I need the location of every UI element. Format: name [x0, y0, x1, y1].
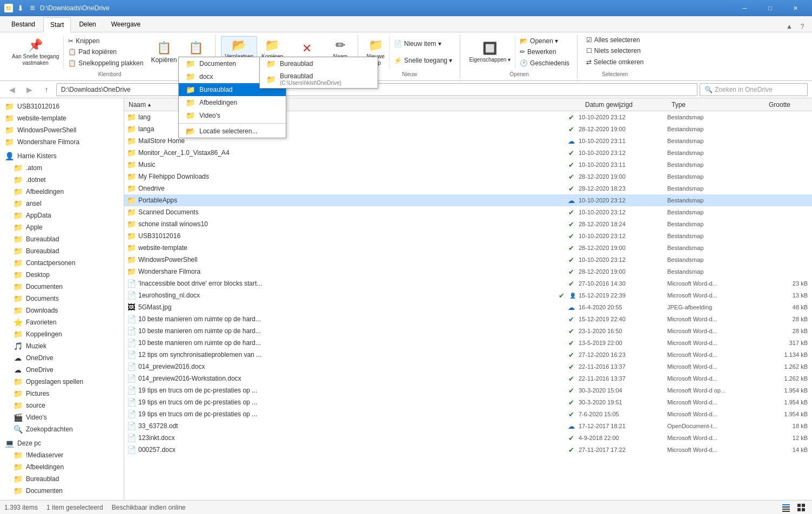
maximize-button[interactable]: □ [758, 0, 782, 16]
eigenschappen-button[interactable]: 🔲 Eigenschappen ▾ [466, 36, 514, 69]
sidebar-item-contactpersonen[interactable]: 📁 Contactpersonen [0, 257, 124, 269]
ribbon-help[interactable]: ? [797, 21, 808, 32]
sidebar-item-koppelingen[interactable]: 📁 Koppelingen [0, 328, 124, 340]
back-button[interactable]: ◀ [4, 82, 19, 97]
sidebar-item-bureaublad-pc[interactable]: 📁 Bureaublad [0, 473, 124, 485]
table-row[interactable]: 📄 10 beste manieren om ruimte op de hard… [124, 337, 812, 349]
table-row[interactable]: 📁 My Filehippo Downloads ✔ 28-12-2020 19… [124, 171, 812, 182]
table-row[interactable]: 📁 Wondershare Filmora ✔ 28-12-2020 19:00… [124, 266, 812, 278]
snelle-toegang-button[interactable]: ⚡ Snelle toegang ▾ [391, 56, 455, 65]
table-row[interactable]: 📄 33_63728.odt ☁ 17-12-2017 18:21 OpenDo… [124, 420, 812, 432]
search-bar[interactable]: 🔍 Zoeken in OneDrive [700, 83, 808, 96]
sidebar-item-onedrive2[interactable]: ☁ OneDrive [0, 364, 124, 376]
table-row[interactable]: 📄 12 tips om synchronisatieproblemen van… [124, 349, 812, 361]
folder-icon: 📁 [126, 232, 136, 240]
selectie-omkeren-button[interactable]: ⇄ Selectie omkeren [583, 57, 647, 67]
sidebar-item-opgeslagen-spellen[interactable]: 📁 Opgeslagen spellen [0, 376, 124, 388]
table-row[interactable]: 📁 USB31012016 ✔ 10-10-2020 23:12 Bestand… [124, 230, 812, 242]
table-row[interactable]: 📁 Music ✔ 10-10-2020 23:11 Bestandsmap [124, 159, 812, 171]
table-row[interactable]: 📄 014_preview2016.docx ✔ 22-11-2016 13:3… [124, 361, 812, 373]
dropdown-label-documenten: Documenten [199, 60, 236, 67]
tab-start[interactable]: Start [43, 17, 71, 32]
table-row[interactable]: 📄 1eurohosting_nl.docx ✔ 👤 15-12-2019 22… [124, 289, 812, 301]
table-row[interactable]: 🖼 5GMast.jpg ☁ 16-4-2020 20:55 JPEG-afbe… [124, 301, 812, 313]
quick-access-icon[interactable]: ⬇ [16, 4, 25, 12]
table-row[interactable]: 📁 schone install winows10 ✔ 28-12-2020 1… [124, 218, 812, 230]
sidebar-item-downloads[interactable]: 📁 Downloads [0, 305, 124, 316]
ribbon-collapse[interactable]: ▲ [784, 21, 795, 32]
sidebar-item-website-template[interactable]: 📁 website-template [0, 112, 124, 124]
dropdown-item-videos[interactable]: 📁 Video's [179, 109, 286, 122]
sidebar-item-appdata[interactable]: 📁 AppData [0, 209, 124, 221]
sidebar-item-videos[interactable]: 🎬 Video's [0, 411, 124, 423]
table-row[interactable]: 📁 Monitor_Acer_1.0_Vistax86_A4 ✔ 10-10-2… [124, 147, 812, 159]
col-header-size[interactable]: Grootte [767, 101, 810, 109]
sidebar-item-windowspowershell[interactable]: 📁 WindowsPowerShell [0, 124, 124, 136]
sidebar-item-muziek[interactable]: 🎵 Muziek [0, 340, 124, 352]
sidebar-item-pictures[interactable]: 📁 Pictures [0, 388, 124, 400]
tab-bestand[interactable]: Bestand [4, 17, 42, 32]
sidebar-item-onedrive1[interactable]: ☁ OneDrive [0, 352, 124, 364]
table-row[interactable]: 📄 000257.docx ✔ 27-11-2017 17:22 Microso… [124, 444, 812, 456]
table-row[interactable]: 📄 19 tips en trucs om de pc-prestaties o… [124, 408, 812, 420]
table-row[interactable]: 📁 WindowsPowerShell ✔ 10-10-2020 23:12 B… [124, 254, 812, 266]
sub-dropdown-item-bureaublad-onedrive[interactable]: 📁 Bureaublad (C:\Users\hkist\OneDrive) [260, 70, 378, 88]
snelkoppeling-button[interactable]: 📋 Snelkoppeling plakken [65, 58, 146, 68]
sidebar-item-documenten[interactable]: 📁 Documenten [0, 281, 124, 293]
table-row[interactable]: 📁 Scanned Documents ✔ 10-10-2020 23:12 B… [124, 206, 812, 218]
sidebar-item-wondershare[interactable]: 📁 Wondershare Filmora [0, 136, 124, 148]
table-row[interactable]: 📄 014_preview2016-Workstation.docx ✔ 22-… [124, 373, 812, 384]
col-header-date[interactable]: Datum gewijzigd [583, 101, 669, 109]
sidebar-item-documenten-pc[interactable]: 📁 Documenten [0, 485, 124, 497]
sidebar-item-dotnet[interactable]: 📁 .dotnet [0, 174, 124, 186]
up-button[interactable]: ↑ [39, 82, 54, 97]
sidebar-item-atom[interactable]: 📁 .atom [0, 162, 124, 174]
table-row[interactable]: 📁 PortableApps ☁ 10-10-2020 23:12 Bestan… [124, 194, 812, 206]
sidebar-item-deze-pc[interactable]: 💻 Deze pc [0, 437, 124, 449]
alles-selecteren-button[interactable]: ☑ Alles selecteren [583, 35, 647, 45]
sidebar-item-apple[interactable]: 📁 Apple [0, 221, 124, 233]
minimize-button[interactable]: ─ [733, 0, 757, 16]
sidebar-item-desktop[interactable]: 📁 Desktop [0, 269, 124, 281]
sidebar-item-ansel[interactable]: 📁 ansel [0, 198, 124, 209]
sidebar-item-afbeeldingen-pc[interactable]: 📁 Afbeeldingen [0, 461, 124, 473]
sidebar-item-harrie[interactable]: 👤 Harrie Kisters [0, 150, 124, 162]
sidebar-item-zoekopdrachten[interactable]: 🔍 Zoekopdrachten [0, 423, 124, 435]
forward-button[interactable]: ▶ [22, 82, 37, 97]
window-icon2[interactable]: ≡ [28, 4, 37, 12]
large-icons-view-button[interactable] [795, 501, 808, 514]
sub-dropdown-item-bureaublad[interactable]: 📁 Bureaublad [260, 57, 378, 70]
table-row[interactable]: 📄 'Inaccessible boot drive' error blocks… [124, 278, 812, 289]
table-row[interactable]: 📁 Onedrive ✔ 28-12-2020 18:23 Bestandsma… [124, 182, 812, 194]
table-row[interactable]: 📄 19 tips en trucs om de pc-prestaties o… [124, 384, 812, 396]
pad-kopiëren-button[interactable]: 📋 Pad kopiëren [65, 47, 146, 57]
table-row[interactable]: 📄 19 tips en trucs om de pc-prestaties o… [124, 396, 812, 408]
niets-selecteren-button[interactable]: ☐ Niets selecteren [583, 46, 647, 56]
dropdown-item-afbeeldingen[interactable]: 📁 Afbeeldingen [179, 96, 286, 109]
table-row[interactable]: 📁 website-template ✔ 28-12-2020 19:00 Be… [124, 242, 812, 254]
openen-small-button[interactable]: 📂 Openen ▾ [516, 36, 573, 46]
table-row[interactable]: 📄 10 beste manieren om ruimte op de hard… [124, 313, 812, 325]
sidebar-item-imediaserver[interactable]: 📁 !Mediaserver [0, 449, 124, 461]
knippen-button[interactable]: ✂ Knippen [65, 36, 146, 46]
nieuw-item-button[interactable]: 📄 Nieuw item ▾ [391, 39, 455, 49]
col-header-type[interactable]: Type [669, 101, 767, 109]
tab-weergave[interactable]: Weergave [104, 17, 147, 32]
kopiëren-button[interactable]: 📋 Kopiëren [147, 36, 180, 69]
sidebar-item-bureaublad[interactable]: 📁 Bureaublad [0, 233, 124, 245]
geschiedenis-button[interactable]: 🕐 Geschiedenis [516, 58, 573, 68]
dropdown-item-locatie[interactable]: 📂 Locatie selecteren... [179, 125, 286, 138]
sidebar-item-afbeeldingen[interactable]: 📁 Afbeeldingen [0, 186, 124, 198]
close-button[interactable]: ✕ [783, 0, 808, 16]
table-row[interactable]: 📄 10 beste manieren om ruimte op de hard… [124, 325, 812, 337]
sidebar-item-source[interactable]: 📁 source [0, 400, 124, 411]
sidebar-item-bureaublad2[interactable]: 📁 Bureaublad [0, 245, 124, 257]
sidebar-item-usb31012016[interactable]: 📁 USB31012016 [0, 100, 124, 112]
bewerken-button[interactable]: ✏ Bewerken [516, 47, 573, 57]
details-view-button[interactable] [780, 501, 793, 514]
sidebar-item-documents[interactable]: 📁 Documents [0, 293, 124, 305]
tab-delen[interactable]: Delen [72, 17, 103, 32]
aan-snelle-toegang-button[interactable]: 📌 Aan Snelle toegangvastmaken [9, 36, 62, 69]
table-row[interactable]: 📄 123inkt.docx ✔ 4-9-2018 22:00 Microsof… [124, 432, 812, 444]
sidebar-item-favorieten[interactable]: ⭐ Favorieten [0, 316, 124, 328]
